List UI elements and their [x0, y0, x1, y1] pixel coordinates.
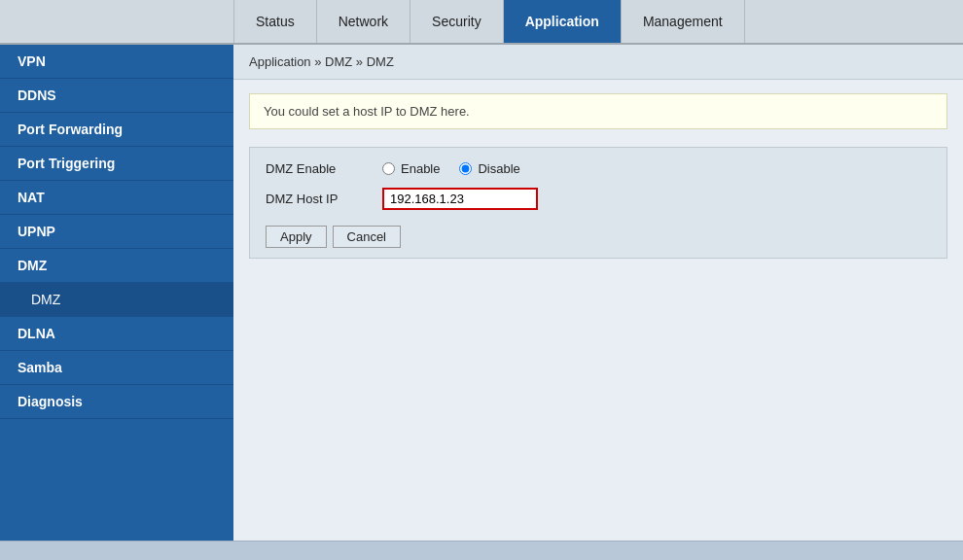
apply-button[interactable]: Apply — [266, 226, 327, 248]
dmz-host-ip-input-wrapper — [382, 188, 538, 210]
disable-radio-group[interactable]: Disable — [459, 161, 519, 176]
info-box: You could set a host IP to DMZ here. — [249, 93, 947, 129]
enable-radio-group[interactable]: Enable — [382, 161, 440, 176]
sidebar-item-dmz[interactable]: DMZ — [0, 249, 233, 283]
sidebar-item-diagnosis[interactable]: Diagnosis — [0, 385, 233, 419]
disable-radio[interactable] — [459, 162, 472, 175]
dmz-enable-label: DMZ Enable — [266, 161, 382, 176]
breadcrumb: Application » DMZ » DMZ — [233, 45, 963, 80]
nav-item-network[interactable]: Network — [317, 0, 410, 43]
nav-item-status[interactable]: Status — [233, 0, 317, 43]
nav-item-security[interactable]: Security — [410, 0, 504, 43]
sidebar: VPNDDNSPort ForwardingPort TriggeringNAT… — [0, 45, 233, 560]
sidebar-item-nat[interactable]: NAT — [0, 181, 233, 215]
button-row: Apply Cancel — [266, 222, 931, 248]
sidebar-item-port-forwarding[interactable]: Port Forwarding — [0, 113, 233, 147]
form-area: DMZ Enable Enable Disable DMZ H — [249, 147, 947, 259]
cancel-button[interactable]: Cancel — [333, 226, 401, 248]
content-panel: You could set a host IP to DMZ here. DMZ… — [233, 80, 963, 560]
enable-radio-label: Enable — [401, 161, 440, 176]
enable-radio[interactable] — [382, 162, 395, 175]
sidebar-item-ddns[interactable]: DDNS — [0, 79, 233, 113]
sidebar-item-dlna[interactable]: DLNA — [0, 317, 233, 351]
sidebar-item-dmz[interactable]: DMZ — [0, 283, 233, 317]
dmz-enable-row: DMZ Enable Enable Disable — [266, 161, 931, 176]
sidebar-item-port-triggering[interactable]: Port Triggering — [0, 147, 233, 181]
sidebar-item-vpn[interactable]: VPN — [0, 45, 233, 79]
main-layout: VPNDDNSPort ForwardingPort TriggeringNAT… — [0, 45, 963, 560]
dmz-enable-controls: Enable Disable — [382, 161, 520, 176]
footer-bar — [0, 541, 963, 560]
dmz-host-ip-input[interactable] — [382, 188, 538, 210]
disable-radio-label: Disable — [478, 161, 519, 176]
content-area: Application » DMZ » DMZ You could set a … — [233, 45, 963, 560]
breadcrumb-text: Application » DMZ » DMZ — [249, 54, 394, 69]
dmz-host-ip-row: DMZ Host IP — [266, 188, 931, 210]
nav-item-application[interactable]: Application — [504, 0, 622, 43]
sidebar-item-samba[interactable]: Samba — [0, 351, 233, 385]
nav-item-management[interactable]: Management — [622, 0, 745, 43]
sidebar-item-upnp[interactable]: UPNP — [0, 215, 233, 249]
dmz-host-ip-label: DMZ Host IP — [266, 192, 382, 206]
info-text: You could set a host IP to DMZ here. — [264, 104, 470, 119]
top-nav: StatusNetworkSecurityApplicationManageme… — [0, 0, 963, 45]
